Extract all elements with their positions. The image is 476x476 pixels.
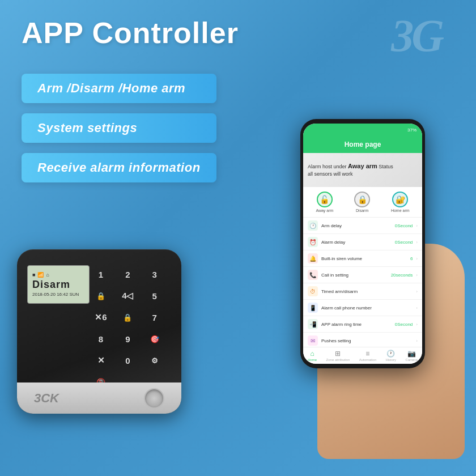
key-target: 🎯 (146, 331, 164, 347)
call-icon: 📞 (308, 270, 318, 280)
nav-history-label: History (385, 358, 396, 362)
arm-delay-label: Arm delay (321, 223, 392, 228)
ring-time-chevron: › (416, 322, 418, 327)
siren-label: Built-in siren volume (321, 256, 407, 261)
device-screen: ■📶⌂ Disarm 2018-05-20 16:42 SUN (27, 265, 90, 304)
nav-home-label: Home (308, 358, 317, 362)
settings-row-call[interactable]: 📞 Call in setting 20seconds › (303, 267, 422, 283)
arm-buttons-row: 🔓 Away arm 🔒 Disarm 🔐 Home arm (303, 187, 422, 218)
device-panic-button[interactable] (144, 388, 164, 409)
app-banner: Alarm host under Away arm Status all sen… (303, 153, 422, 187)
screen-status-text: Disarm (32, 279, 70, 291)
key-back: ✕ (92, 352, 110, 368)
pushes-icon: ✉ (308, 335, 318, 346)
alarm-delay-chevron: › (416, 240, 418, 245)
nav-home[interactable]: ⌂ Home (308, 350, 317, 362)
nav-camera-label: Camera (405, 358, 417, 362)
phone-screen: 37% Home page Alarm host under Away arm … (303, 124, 422, 364)
app-bottom-nav: ⌂ Home ⊞ Zone attribution ≡ Automation 🕐… (303, 347, 422, 364)
key-gear: ⚙ (146, 352, 164, 368)
banner-desc: all sensors will work (308, 171, 393, 178)
nav-home-icon: ⌂ (311, 350, 314, 358)
settings-row-ring-time[interactable]: 📲 APP alarm ring time 0Second › (303, 316, 422, 333)
phone-number-chevron: › (416, 305, 418, 311)
timed-icon: ⏱ (308, 286, 318, 296)
settings-row-alarm-delay[interactable]: ⏰ Alarm delay 0Second › (303, 234, 422, 250)
timed-chevron: › (416, 289, 418, 294)
pushes-chevron: › (416, 338, 418, 343)
timed-label: Timed arm/disarm (321, 289, 409, 294)
banner-text: Alarm host under Away arm Status (308, 162, 393, 171)
settings-row-arm-delay[interactable]: 🕐 Arm delay 0Second › (303, 218, 422, 234)
nav-zone[interactable]: ⊞ Zone attribution (326, 350, 350, 362)
device-screen-area: ■📶⌂ Disarm 2018-05-20 16:42 SUN (27, 265, 90, 304)
alarm-delay-value: 0Second (395, 240, 413, 245)
pill-alarm: Receive alarm information (22, 153, 216, 182)
alarm-delay-icon: ⏰ (308, 237, 318, 247)
phone-container: 37% Home page Alarm host under Away arm … (300, 119, 465, 459)
nav-camera-icon: 📷 (407, 350, 416, 358)
call-chevron: › (416, 273, 418, 278)
home-arm-button[interactable]: 🔐 Home arm (391, 192, 410, 212)
disarm-button[interactable]: 🔒 Disarm (354, 192, 370, 212)
key-lock-mid: 🔒 (118, 309, 137, 325)
app-header: Home page (303, 136, 422, 153)
call-label: Call in setting (321, 273, 388, 278)
device-logo: 3CK (34, 391, 59, 406)
away-arm-button[interactable]: 🔓 Away arm (316, 192, 333, 212)
nav-history[interactable]: 🕐 History (385, 350, 396, 362)
key-6: ✕6 (92, 309, 110, 325)
nav-history-icon: 🕐 (386, 350, 395, 358)
page-title: APP Controller (22, 16, 239, 50)
settings-row-phone-number[interactable]: 📱 Alarm call phone number › (303, 300, 422, 316)
nav-zone-label: Zone attribution (326, 358, 350, 362)
settings-row-timed[interactable]: ⏱ Timed arm/disarm › (303, 283, 422, 300)
home-arm-label: Home arm (391, 209, 410, 212)
device-body: ■📶⌂ Disarm 2018-05-20 16:42 SUN 1 2 3 🔒 … (17, 249, 181, 414)
nav-automation[interactable]: ≡ Automation (359, 350, 376, 362)
home-arm-icon: 🔐 (392, 192, 408, 207)
arm-delay-chevron: › (416, 223, 418, 228)
nav-zone-icon: ⊞ (335, 350, 341, 358)
siren-icon: 🔔 (308, 253, 318, 264)
phone-number-icon: 📱 (308, 303, 318, 313)
key-lock-top: 🔒 (92, 288, 110, 304)
background: APP Controller 3G Arm /Disarm /Home arm … (0, 0, 476, 476)
settings-list: 🕐 Arm delay 0Second › ⏰ Alarm delay 0Sec… (303, 218, 422, 349)
alarm-device: ■📶⌂ Disarm 2018-05-20 16:42 SUN 1 2 3 🔒 … (17, 249, 187, 431)
key-3: 3 (146, 266, 164, 282)
ring-time-label: APP alarm ring time (321, 322, 392, 327)
key-2: 2 (118, 266, 137, 282)
key-0: 0 (118, 352, 137, 368)
pill-arm: Arm /Disarm /Home arm (22, 74, 216, 103)
nav-automation-icon: ≡ (366, 350, 369, 358)
battery-indicator: 37% (407, 128, 416, 133)
pill-settings: System settings (22, 113, 216, 143)
nav-camera[interactable]: 📷 Camera (405, 350, 417, 362)
key-1: 1 (92, 266, 110, 282)
3g-badge: 3G (391, 10, 442, 62)
key-7: 7 (146, 309, 164, 325)
settings-row-siren[interactable]: 🔔 Built-in siren volume 6 › (303, 250, 422, 267)
key-5: 5 (146, 288, 164, 304)
disarm-icon: 🔒 (354, 192, 370, 207)
siren-chevron: › (416, 256, 418, 261)
pushes-label: Pushes setting (321, 338, 409, 343)
device-bottom-panel: 3CK (17, 382, 181, 414)
call-value: 20seconds (391, 273, 413, 278)
feature-pills: Arm /Disarm /Home arm System settings Re… (22, 74, 216, 182)
device-keypad: 1 2 3 🔒 4◁ 5 ✕6 🔒 7 8 9 🎯 ✕ 0 ⚙ 📵 (87, 262, 171, 394)
arm-delay-icon: 🕐 (308, 220, 318, 231)
away-arm-icon: 🔓 (317, 192, 333, 207)
ring-time-value: 0Second (395, 322, 413, 327)
phone-status-bar: 37% (303, 124, 422, 136)
siren-value: 6 (410, 256, 413, 261)
ring-time-icon: 📲 (308, 319, 318, 329)
disarm-label: Disarm (356, 209, 368, 212)
phone-number-label: Alarm call phone number (321, 305, 409, 311)
key-4: 4◁ (118, 288, 137, 304)
arm-delay-value: 0Second (395, 223, 413, 228)
app-header-title: Home page (345, 141, 381, 148)
nav-automation-label: Automation (359, 358, 376, 362)
key-8: 8 (92, 331, 110, 347)
